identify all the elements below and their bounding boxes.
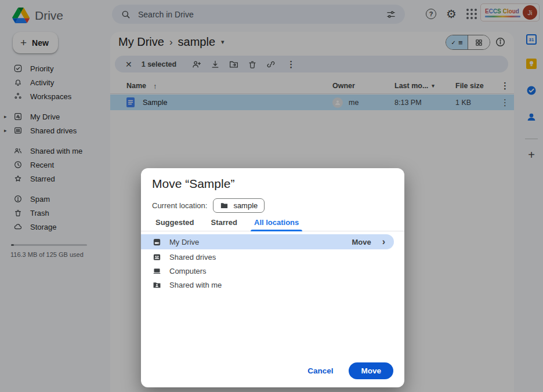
location-list: My Drive Move › Shared drives Computers — [141, 234, 404, 292]
move-button[interactable]: Move — [349, 362, 393, 379]
tab-suggested[interactable]: Suggested — [152, 217, 197, 231]
chevron-right-icon[interactable]: › — [382, 237, 385, 247]
shared-drives-location-icon — [153, 253, 161, 262]
tab-starred[interactable]: Starred — [207, 217, 241, 231]
dialog-tabs: Suggested Starred All locations — [141, 217, 404, 231]
current-location-label: Current location: — [152, 201, 207, 210]
current-location-chip[interactable]: sample — [213, 198, 265, 213]
location-row-shared-drives[interactable]: Shared drives — [141, 250, 404, 264]
location-row-computers[interactable]: Computers — [141, 264, 404, 278]
tab-all-locations[interactable]: All locations — [251, 217, 302, 231]
shared-with-me-location-icon — [153, 281, 161, 289]
current-location-row: Current location: sample — [152, 198, 265, 213]
location-row-my-drive[interactable]: My Drive Move › — [141, 234, 394, 249]
google-drive-app: Drive + New Priority Activity — [0, 0, 543, 392]
folder-icon — [220, 201, 229, 210]
my-drive-location-icon — [153, 238, 161, 246]
cancel-button[interactable]: Cancel — [307, 366, 333, 375]
move-here-action[interactable]: Move › — [352, 237, 394, 247]
dialog-footer: Cancel Move — [307, 362, 393, 379]
location-row-shared-with-me[interactable]: Shared with me — [141, 278, 404, 292]
move-dialog: Move “Sample” Current location: sample S… — [141, 168, 404, 387]
dialog-title: Move “Sample” — [152, 177, 234, 191]
computers-location-icon — [153, 267, 161, 275]
